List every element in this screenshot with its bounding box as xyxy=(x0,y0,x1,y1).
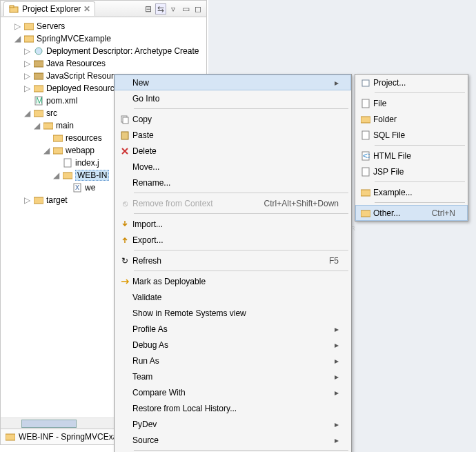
import-icon xyxy=(117,219,132,229)
svg-rect-2 xyxy=(24,23,34,30)
package-icon xyxy=(33,58,44,69)
tree-node-project[interactable]: ◢SpringMVCExample xyxy=(3,32,206,45)
menu-export[interactable]: Export... xyxy=(115,232,351,248)
example-icon xyxy=(358,188,373,197)
scrollbar-thumb[interactable] xyxy=(21,420,77,428)
context-menu[interactable]: New▸ Go Into Copy Paste Delete Move... R… xyxy=(114,74,352,452)
svg-rect-3 xyxy=(24,36,34,42)
collapse-icon[interactable]: ◢ xyxy=(32,121,41,130)
svg-rect-27 xyxy=(361,117,370,123)
submenu-folder[interactable]: Folder xyxy=(355,111,468,127)
submenu-project[interactable]: Project... xyxy=(355,75,468,90)
menu-paste[interactable]: Paste xyxy=(115,127,351,143)
submenu-arrow-icon: ▸ xyxy=(335,372,339,382)
menu-remote-systems[interactable]: Show in Remote Systems view xyxy=(115,305,351,321)
project-icon xyxy=(23,33,34,44)
svg-text:x: x xyxy=(75,183,79,192)
svg-rect-19 xyxy=(6,434,15,440)
expand-icon[interactable]: ▷ xyxy=(23,46,31,56)
new-submenu[interactable]: Project... File Folder SQL File <>HTML F… xyxy=(355,74,468,222)
menu-rename[interactable]: Rename... xyxy=(115,175,351,190)
submenu-arrow-icon: ▸ xyxy=(335,388,339,397)
expand-icon[interactable]: ▷ xyxy=(13,21,21,31)
collapse-all-icon[interactable]: ⊟ xyxy=(143,3,154,14)
collapse-icon[interactable]: ◢ xyxy=(42,146,50,155)
svg-text:<>: <> xyxy=(363,151,370,161)
svg-rect-10 xyxy=(34,110,43,117)
submenu-arrow-icon: ▸ xyxy=(335,420,339,429)
svg-rect-5 xyxy=(34,61,43,67)
separator xyxy=(375,181,465,182)
view-menu-icon[interactable]: ▿ xyxy=(168,3,179,14)
expand-icon[interactable]: ▷ xyxy=(23,195,31,205)
menu-refresh[interactable]: ↻RefreshF5 xyxy=(115,253,351,268)
menu-delete[interactable]: Delete xyxy=(115,143,351,159)
svg-text:M: M xyxy=(36,96,43,106)
separator xyxy=(375,145,465,146)
project-explorer-tab[interactable]: Project Explorer ✕ xyxy=(3,1,95,16)
close-icon[interactable]: ✕ xyxy=(83,4,90,14)
svg-rect-26 xyxy=(362,99,369,108)
submenu-htmlfile[interactable]: <>HTML File xyxy=(355,148,468,164)
separator xyxy=(134,108,348,109)
submenu-example[interactable]: Example... xyxy=(355,184,468,200)
submenu-jspfile[interactable]: JSP File xyxy=(355,164,468,179)
maximize-icon[interactable]: ◻ xyxy=(192,3,204,14)
menu-import[interactable]: Import... xyxy=(115,216,351,232)
folder-open-icon xyxy=(62,170,73,181)
submenu-file[interactable]: File xyxy=(355,95,468,111)
menu-run-as[interactable]: Run As▸ xyxy=(115,353,351,369)
menu-move[interactable]: Move... xyxy=(115,159,351,175)
menu-copy[interactable]: Copy xyxy=(115,111,351,127)
copy-icon xyxy=(117,115,132,124)
menu-restore-history[interactable]: Restore from Local History... xyxy=(115,400,351,416)
svg-rect-11 xyxy=(43,123,53,129)
tab-title: Project Explorer xyxy=(22,4,81,14)
menu-compare-with[interactable]: Compare With▸ xyxy=(115,384,351,400)
menu-team[interactable]: Team▸ xyxy=(115,369,351,384)
delete-icon xyxy=(117,146,132,156)
tree-node-servers[interactable]: ▷Servers xyxy=(3,20,206,32)
expand-icon[interactable]: ▷ xyxy=(23,83,31,93)
xml-file-icon: M xyxy=(33,95,44,106)
submenu-arrow-icon: ▸ xyxy=(335,324,339,334)
menu-new[interactable]: New▸ xyxy=(115,75,351,90)
xml-file-icon: x xyxy=(72,182,83,193)
separator xyxy=(134,213,348,214)
link-editor-icon[interactable]: ⇆ xyxy=(155,3,166,14)
folder-icon xyxy=(23,21,34,32)
menu-pydev[interactable]: PyDev▸ xyxy=(115,416,351,432)
separator xyxy=(134,193,348,193)
menu-go-into[interactable]: Go Into xyxy=(115,90,351,106)
tree-node-java-resources[interactable]: ▷Java Resources xyxy=(3,57,206,70)
svg-rect-28 xyxy=(362,131,369,139)
menu-validate[interactable]: Validate xyxy=(115,289,351,305)
navigator-icon xyxy=(8,3,19,14)
folder-open-icon xyxy=(33,108,44,119)
menu-debug-as[interactable]: Debug As▸ xyxy=(115,337,351,353)
export-icon xyxy=(117,235,132,245)
collapse-icon[interactable]: ◢ xyxy=(23,108,31,118)
submenu-sqlfile[interactable]: SQL File xyxy=(355,127,468,143)
submenu-other[interactable]: Other...Ctrl+N xyxy=(355,205,468,221)
file-icon xyxy=(62,157,73,168)
menu-profile-as[interactable]: Profile As▸ xyxy=(115,321,351,337)
expand-icon[interactable]: ▷ xyxy=(23,59,31,68)
svg-rect-22 xyxy=(121,132,128,139)
svg-point-4 xyxy=(35,48,42,55)
expand-icon[interactable]: ▷ xyxy=(23,71,31,81)
folder-icon xyxy=(358,115,373,124)
collapse-icon[interactable]: ◢ xyxy=(13,34,21,43)
minimize-icon[interactable]: ▭ xyxy=(180,3,191,14)
html-file-icon: <> xyxy=(358,151,373,161)
tree-node-dd[interactable]: ▷Deployment Descriptor: Archetype Create xyxy=(3,45,206,57)
separator xyxy=(134,450,348,451)
menu-source[interactable]: Source▸ xyxy=(115,432,351,448)
separator xyxy=(134,271,348,271)
svg-rect-25 xyxy=(362,80,369,86)
paste-icon xyxy=(117,130,132,140)
folder-icon xyxy=(5,431,16,442)
wizard-icon xyxy=(358,209,373,217)
collapse-icon[interactable]: ◢ xyxy=(52,170,60,180)
menu-mark-deployable[interactable]: Mark as Deployable xyxy=(115,273,351,289)
